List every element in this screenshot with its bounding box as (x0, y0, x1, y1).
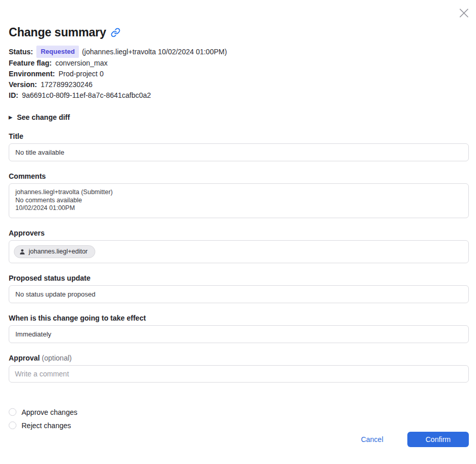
link-icon (111, 28, 120, 37)
environment-row: Environment: Prod-project 0 (9, 69, 469, 79)
status-label: Status: (9, 47, 33, 57)
effect-value: Immediately (15, 330, 51, 338)
proposed-status-box: No status update proposed (9, 285, 469, 303)
proposed-status-value: No status update proposed (15, 290, 95, 298)
reject-changes-radio[interactable] (9, 421, 16, 429)
reject-changes-option[interactable]: Reject changes (9, 421, 469, 430)
approval-optional-text: (optional) (42, 354, 72, 362)
comment-submitter-line: johannes.liegl+travolta (Submitter) (15, 188, 462, 197)
approvers-box: johannes.liegl+editor (9, 240, 469, 263)
reject-changes-label: Reject changes (22, 421, 71, 430)
comment-timestamp-line: 10/02/2024 01:00PM (15, 204, 462, 213)
status-badge: Requested (36, 46, 78, 58)
approve-changes-radio[interactable] (9, 408, 16, 416)
proposed-status-section-label: Proposed status update (9, 274, 469, 282)
comments-box: johannes.liegl+travolta (Submitter) No c… (9, 183, 469, 218)
comment-body-line: No comments available (15, 197, 462, 205)
close-button[interactable] (457, 6, 470, 19)
id-value: 9a6691c0-80f9-11ef-8a7c-8641cafbc0a2 (22, 90, 151, 101)
comments-section-label: Comments (9, 172, 469, 180)
approver-chip-label: johannes.liegl+editor (29, 248, 88, 255)
confirm-button[interactable]: Confirm (407, 432, 469, 447)
approver-chip: johannes.liegl+editor (14, 245, 95, 258)
person-icon (19, 248, 26, 255)
see-change-diff-label: See change diff (17, 113, 70, 121)
approval-decision-group: Approve changes Reject changes (9, 408, 469, 430)
approve-changes-option[interactable]: Approve changes (9, 408, 469, 416)
metadata-list: Status: Requested (johannes.liegl+travol… (9, 46, 469, 101)
see-change-diff-toggle[interactable]: ▶ See change diff (9, 113, 70, 121)
approval-comment-input[interactable] (9, 365, 469, 383)
feature-flag-label: Feature flag: (9, 58, 52, 69)
approval-label-text: Approval (9, 354, 40, 362)
approve-changes-label: Approve changes (22, 408, 77, 416)
effect-section-label: When is this change going to take effect (9, 314, 469, 322)
effect-box: Immediately (9, 325, 469, 343)
approval-section-label: Approval (optional) (9, 354, 469, 362)
version-row: Version: 1727899230246 (9, 79, 469, 90)
id-label: ID: (9, 90, 18, 101)
environment-label: Environment: (9, 69, 55, 79)
id-row: ID: 9a6691c0-80f9-11ef-8a7c-8641cafbc0a2 (9, 90, 469, 101)
cancel-button[interactable]: Cancel (361, 435, 383, 444)
feature-flag-value: conversion_max (55, 58, 108, 69)
page-title: Change summary (9, 26, 469, 39)
status-row: Status: Requested (johannes.liegl+travol… (9, 46, 469, 58)
title-section-label: Title (9, 132, 469, 140)
feature-flag-row: Feature flag: conversion_max (9, 58, 469, 69)
version-value: 1727899230246 (40, 79, 92, 90)
status-detail: (johannes.liegl+travolta 10/02/2024 01:0… (82, 47, 227, 57)
copy-link-button[interactable] (111, 28, 120, 37)
chevron-right-icon: ▶ (9, 115, 12, 120)
approvers-section-label: Approvers (9, 229, 469, 237)
dialog-footer: Cancel Confirm (361, 432, 469, 447)
dialog-title-text: Change summary (9, 26, 106, 39)
change-summary-dialog: Change summary Status: Requested (johann… (0, 26, 476, 430)
close-icon (459, 8, 469, 18)
title-value: No title available (15, 149, 64, 156)
title-value-box: No title available (9, 143, 469, 161)
environment-value: Prod-project 0 (58, 69, 104, 79)
version-label: Version: (9, 79, 37, 90)
